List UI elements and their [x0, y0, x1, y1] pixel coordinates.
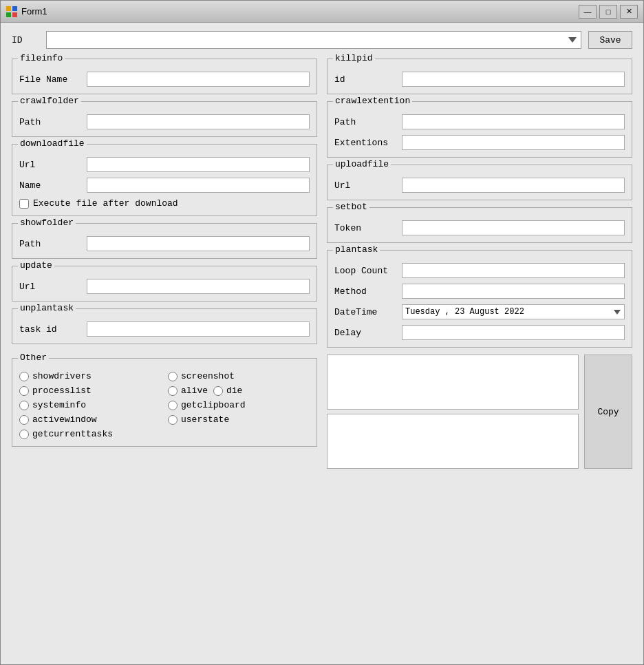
filename-input[interactable]: [87, 72, 310, 87]
plantask-label: plantask: [333, 244, 380, 255]
update-label: update: [18, 260, 54, 271]
output-textarea-2[interactable]: [327, 414, 579, 469]
id-label: ID: [12, 35, 39, 45]
downloadfile-name-input[interactable]: [87, 178, 310, 193]
setbot-token-label: Token: [334, 223, 396, 233]
radio-die-input[interactable]: [213, 386, 223, 396]
radio-die-label: die: [226, 386, 242, 396]
radio-alive-label: alive: [181, 386, 208, 396]
execute-checkbox-label: Execute file after download: [33, 198, 178, 209]
killpid-id-row: id: [334, 72, 625, 87]
update-url-input[interactable]: [87, 279, 310, 294]
crawlfolder-path-label: Path: [19, 117, 81, 127]
plantask-datetime-label: DateTime: [334, 307, 396, 317]
radio-processlist: processlist: [19, 386, 161, 396]
crawlfolder-path-input[interactable]: [87, 114, 310, 129]
radio-showdrivers-input[interactable]: [19, 372, 29, 381]
setbot-label: setbot: [333, 202, 369, 212]
downloadfile-name-label: Name: [19, 180, 81, 191]
showfolder-path-input[interactable]: [87, 236, 310, 251]
radio-screenshot-label: screenshot: [181, 371, 235, 381]
plantask-method-row: Method: [334, 284, 625, 299]
fileinfo-label: fileinfo: [18, 53, 65, 63]
save-button[interactable]: Save: [588, 31, 632, 49]
copy-button[interactable]: Copy: [584, 355, 632, 469]
crawlextention-path-input[interactable]: [402, 114, 625, 129]
close-button[interactable]: ✕: [620, 5, 638, 19]
radio-userstate: userstate: [168, 414, 310, 425]
radio-activewindow-input[interactable]: [19, 415, 29, 425]
uploadfile-url-input[interactable]: [402, 178, 625, 193]
plantask-datetime-row: DateTime Tuesday , 23 August 2022: [334, 304, 625, 319]
radio-die: die: [213, 386, 242, 396]
plantask-group: plantask Loop Count Method DateTime Tues…: [327, 250, 632, 348]
id-row: ID Save: [12, 31, 632, 49]
title-bar-left: Form1: [6, 6, 47, 17]
unplantask-group: unplantask task id: [12, 308, 317, 344]
radio-processlist-label: processlist: [32, 386, 92, 396]
update-group: update Url: [12, 266, 317, 302]
killpid-label: killpid: [333, 53, 375, 63]
svg-rect-2: [6, 12, 11, 17]
id-select[interactable]: [46, 31, 581, 49]
plantask-method-input[interactable]: [402, 284, 625, 299]
radio-grid: showdrivers screenshot processlist: [19, 371, 310, 439]
execute-checkbox[interactable]: [19, 199, 29, 209]
crawlextention-ext-row: Extentions: [334, 135, 625, 150]
radio-alive-input[interactable]: [168, 386, 178, 396]
plantask-loopcount-input[interactable]: [402, 263, 625, 278]
plantask-datetime-select[interactable]: Tuesday , 23 August 2022: [402, 304, 625, 319]
radio-alive: alive: [168, 386, 208, 396]
killpid-id-input[interactable]: [402, 72, 625, 87]
showfolder-label: showfolder: [18, 218, 76, 228]
killpid-id-label: id: [334, 74, 396, 85]
plantask-method-label: Method: [334, 286, 396, 297]
main-window: Form1 — □ ✕ ID Save fileinfo: [0, 0, 644, 665]
radio-getcurrenttasks-input[interactable]: [19, 430, 29, 439]
radio-getcurrenttasks: getcurrenttasks: [19, 429, 161, 439]
radio-showdrivers: showdrivers: [19, 371, 161, 381]
crawlfolder-group: crawlfolder Path: [12, 101, 317, 137]
uploadfile-label: uploadfile: [333, 159, 391, 169]
filename-label: File Name: [19, 74, 81, 85]
crawlextention-path-row: Path: [334, 114, 625, 129]
crawlextention-ext-input[interactable]: [402, 135, 625, 150]
radio-getcurrenttasks-label: getcurrenttasks: [32, 429, 113, 439]
showfolder-path-label: Path: [19, 239, 81, 249]
radio-activewindow-label: activewindow: [32, 414, 97, 425]
unplantask-taskid-input[interactable]: [87, 321, 310, 337]
output-textarea-1[interactable]: [327, 355, 579, 410]
plantask-loopcount-row: Loop Count: [334, 263, 625, 278]
setbot-token-input[interactable]: [402, 220, 625, 235]
plantask-loopcount-label: Loop Count: [334, 266, 396, 276]
crawlfolder-label: crawlfolder: [18, 96, 81, 106]
radio-alive-die-pair: alive die: [168, 386, 310, 396]
uploadfile-url-label: Url: [334, 180, 396, 191]
crawlextention-ext-label: Extentions: [334, 138, 396, 148]
plantask-delay-input[interactable]: [402, 325, 625, 340]
radio-showdrivers-label: showdrivers: [32, 371, 92, 381]
killpid-group: killpid id: [327, 59, 632, 94]
radio-systeminfo-label: systeminfo: [32, 400, 86, 410]
title-controls: — □ ✕: [579, 5, 638, 19]
svg-rect-0: [6, 6, 11, 11]
left-column: fileinfo File Name crawlfolder Path: [12, 59, 317, 469]
radio-systeminfo-input[interactable]: [19, 401, 29, 410]
radio-getclipboard-input[interactable]: [168, 401, 178, 410]
uploadfile-group: uploadfile Url: [327, 165, 632, 200]
radio-screenshot-input[interactable]: [168, 372, 178, 381]
svg-rect-1: [12, 6, 17, 11]
crawlfolder-path-row: Path: [19, 114, 310, 129]
update-url-row: Url: [19, 279, 310, 294]
minimize-button[interactable]: —: [579, 5, 597, 19]
radio-userstate-input[interactable]: [168, 415, 178, 425]
downloadfile-url-input[interactable]: [87, 157, 310, 172]
main-content: ID Save fileinfo File Name: [1, 23, 643, 664]
radio-processlist-input[interactable]: [19, 386, 29, 396]
radio-getclipboard-label: getclipboard: [181, 400, 246, 410]
maximize-button[interactable]: □: [599, 5, 617, 19]
downloadfile-group: downloadfile Url Name Execute file after…: [12, 144, 317, 216]
textarea-stack: [327, 355, 579, 469]
uploadfile-url-row: Url: [334, 178, 625, 193]
showfolder-path-row: Path: [19, 236, 310, 251]
